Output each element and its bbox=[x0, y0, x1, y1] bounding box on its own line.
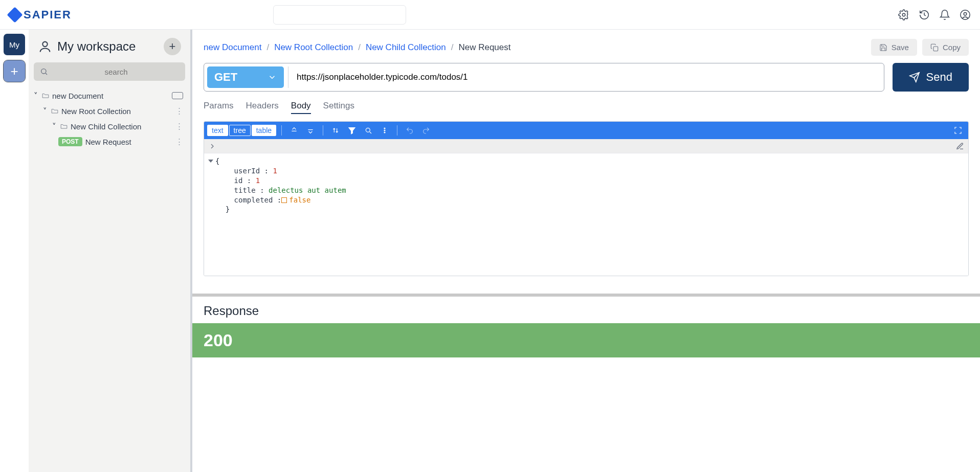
bell-icon[interactable] bbox=[939, 9, 950, 20]
logo-icon bbox=[7, 7, 23, 23]
keyboard-icon bbox=[172, 92, 183, 99]
sort-icon[interactable] bbox=[328, 124, 343, 137]
tree-request-item[interactable]: POST New Request ⋮ bbox=[34, 134, 185, 149]
sidebar-search[interactable] bbox=[34, 62, 185, 81]
redo-icon[interactable] bbox=[419, 124, 433, 137]
svg-point-16 bbox=[384, 132, 385, 133]
request-row: GET Send bbox=[204, 63, 969, 92]
folder-icon bbox=[51, 108, 58, 114]
edit-icon[interactable] bbox=[956, 142, 964, 150]
save-label: Save bbox=[892, 43, 909, 52]
more-icon[interactable]: ⋮ bbox=[175, 137, 183, 146]
more-icon[interactable]: ⋮ bbox=[175, 122, 183, 131]
collection-tree: ˅ new Document ˅ New Root Collection ⋮ ˅… bbox=[34, 88, 185, 149]
app-name: SAPIER bbox=[24, 8, 72, 21]
content: new Document / New Root Collection / New… bbox=[192, 30, 980, 472]
more-icon[interactable] bbox=[377, 124, 392, 137]
workspace-add-button[interactable]: + bbox=[4, 60, 25, 82]
send-button[interactable]: Send bbox=[893, 63, 969, 92]
chevron-down-icon: ˅ bbox=[52, 122, 57, 131]
breadcrumb-doc[interactable]: new Document bbox=[204, 42, 261, 53]
topbar: SAPIER bbox=[0, 0, 980, 30]
editor-toolbar: text tree table bbox=[204, 122, 968, 139]
breadcrumb-row: new Document / New Root Collection / New… bbox=[204, 39, 969, 56]
svg-point-2 bbox=[964, 12, 967, 15]
sidebar-search-input[interactable] bbox=[53, 68, 179, 76]
user-circle-icon[interactable] bbox=[960, 9, 971, 20]
editor-breadcrumb bbox=[204, 139, 968, 153]
chevron-down-icon: ˅ bbox=[34, 91, 39, 100]
response-status: 200 bbox=[192, 323, 980, 357]
workspace-title: My workspace bbox=[57, 39, 159, 54]
svg-point-14 bbox=[384, 128, 385, 129]
history-icon[interactable] bbox=[919, 9, 930, 20]
expand-all-icon[interactable] bbox=[287, 124, 301, 137]
more-icon[interactable]: ⋮ bbox=[175, 106, 183, 116]
method-badge: POST bbox=[58, 137, 82, 146]
filter-icon[interactable] bbox=[345, 124, 359, 137]
tree-request-label: New Request bbox=[85, 138, 131, 146]
svg-point-0 bbox=[902, 13, 905, 16]
svg-point-12 bbox=[366, 128, 370, 132]
caret-down-icon[interactable] bbox=[208, 160, 213, 163]
chevron-down-icon: ˅ bbox=[43, 106, 48, 116]
svg-point-15 bbox=[384, 130, 385, 131]
svg-line-5 bbox=[46, 73, 47, 75]
mode-tab-table[interactable]: table bbox=[252, 125, 276, 136]
request-tabs: Params Headers Body Settings bbox=[204, 99, 969, 114]
tree-root-collection[interactable]: ˅ New Root Collection ⋮ bbox=[34, 103, 185, 119]
response-title: Response bbox=[192, 297, 980, 323]
folder-icon bbox=[42, 93, 49, 99]
svg-line-13 bbox=[370, 132, 371, 133]
mode-tab-text[interactable]: text bbox=[207, 125, 228, 136]
tree-document-label: new Document bbox=[52, 92, 103, 100]
tab-headers[interactable]: Headers bbox=[246, 99, 279, 114]
folder-icon bbox=[60, 123, 68, 129]
tree-child-label: New Child Collection bbox=[71, 122, 141, 131]
json-tree[interactable]: { userId : 1 id : 1 title : delectus aut… bbox=[204, 153, 968, 276]
copy-button[interactable]: Copy bbox=[922, 39, 969, 56]
workspace-rail: My + bbox=[0, 30, 29, 472]
send-icon bbox=[909, 72, 920, 83]
save-icon bbox=[879, 43, 887, 52]
sidebar: My workspace + ˅ new Document ˅ New Root… bbox=[29, 30, 192, 472]
send-label: Send bbox=[926, 71, 952, 84]
tab-params[interactable]: Params bbox=[204, 99, 234, 114]
undo-icon[interactable] bbox=[403, 124, 417, 137]
mode-tab-tree[interactable]: tree bbox=[229, 125, 251, 136]
svg-point-4 bbox=[41, 69, 46, 74]
chevron-down-icon bbox=[268, 73, 277, 82]
editor-mode-tabs: text tree table bbox=[207, 125, 276, 136]
collapse-all-icon[interactable] bbox=[303, 124, 318, 137]
copy-icon bbox=[930, 43, 939, 52]
breadcrumb-root[interactable]: New Root Collection bbox=[274, 42, 353, 53]
breadcrumb-child[interactable]: New Child Collection bbox=[366, 42, 446, 53]
fullscreen-icon[interactable] bbox=[951, 124, 965, 137]
search-icon[interactable] bbox=[361, 124, 375, 137]
save-button[interactable]: Save bbox=[871, 39, 917, 56]
svg-marker-11 bbox=[349, 128, 355, 134]
workspace-pill-my[interactable]: My bbox=[4, 34, 25, 55]
tree-child-collection[interactable]: ˅ New Child Collection ⋮ bbox=[34, 119, 185, 134]
tab-settings[interactable]: Settings bbox=[323, 99, 354, 114]
gear-icon[interactable] bbox=[898, 9, 909, 20]
app-logo[interactable]: SAPIER bbox=[9, 8, 72, 21]
workspace-header: My workspace + bbox=[34, 38, 185, 55]
breadcrumb-current: New Request bbox=[458, 42, 510, 53]
topbar-icons bbox=[898, 9, 971, 20]
url-input[interactable] bbox=[288, 66, 881, 88]
workspace-add-collection-button[interactable]: + bbox=[164, 38, 181, 55]
svg-point-3 bbox=[42, 42, 47, 47]
top-search-input[interactable] bbox=[273, 5, 406, 25]
request-box: GET bbox=[204, 63, 884, 92]
search-icon bbox=[40, 68, 48, 76]
user-icon bbox=[38, 39, 52, 54]
tab-body[interactable]: Body bbox=[291, 99, 311, 114]
copy-label: Copy bbox=[943, 43, 961, 52]
tree-document[interactable]: ˅ new Document bbox=[34, 88, 185, 103]
chevron-right-icon bbox=[208, 142, 216, 150]
method-select[interactable]: GET bbox=[207, 66, 284, 88]
body-editor: text tree table bbox=[204, 121, 969, 276]
svg-point-1 bbox=[961, 10, 970, 19]
method-label: GET bbox=[214, 71, 237, 84]
